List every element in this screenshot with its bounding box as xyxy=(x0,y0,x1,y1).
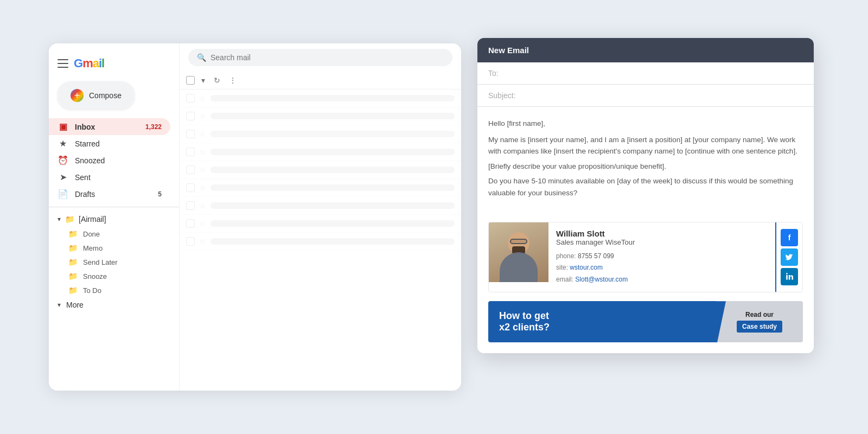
table-row[interactable]: ☆ xyxy=(180,179,461,197)
chevron-down-icon-more: ▾ xyxy=(58,301,61,309)
site-value: wstour.com xyxy=(570,264,603,271)
to-field-row: To: xyxy=(477,62,814,85)
person-body xyxy=(500,252,538,282)
email-signature: William Slott Sales manager WiseTour pho… xyxy=(488,222,803,293)
snoozed-label: Snoozed xyxy=(75,156,105,165)
search-bar[interactable]: 🔍 xyxy=(188,49,452,66)
more-options-button[interactable]: ⋮ xyxy=(227,74,239,87)
banner-main-text: How to getx2 clients? xyxy=(499,310,550,334)
banner-cta-button[interactable]: Case study xyxy=(737,321,782,333)
table-row[interactable]: ☆ xyxy=(180,90,461,107)
subject-label: Subject: xyxy=(488,91,516,100)
signature-name: William Slott xyxy=(556,229,768,238)
email-line1: My name is [insert your name], and I am … xyxy=(488,134,803,157)
table-row[interactable]: ☆ xyxy=(180,197,461,215)
folder-label-memo: Memo xyxy=(83,244,103,252)
airmail-section: ▾ 📁 [Airmail] 📁 Done 📁 Memo 📁 Send Later… xyxy=(49,212,179,297)
search-icon: 🔍 xyxy=(197,53,206,62)
compose-plus-icon: + xyxy=(71,89,84,102)
to-input[interactable] xyxy=(503,69,803,78)
folder-item-sendlater[interactable]: 📁 Send Later xyxy=(49,255,170,269)
hamburger-icon[interactable] xyxy=(58,58,68,69)
table-row[interactable]: ☆ xyxy=(180,107,461,125)
folder-icon-snooze: 📁 xyxy=(68,272,78,280)
folder-icon-todo: 📁 xyxy=(68,286,78,295)
table-row[interactable]: ☆ xyxy=(180,125,461,143)
email-greeting: Hello [first name], xyxy=(488,118,803,130)
linkedin-button[interactable] xyxy=(781,268,798,285)
subject-input[interactable] xyxy=(520,91,803,100)
subject-field-row: Subject: xyxy=(477,85,814,107)
gmail-logo: Gmail xyxy=(74,56,104,71)
email-line3: Do you have 5-10 minutes available on [d… xyxy=(488,175,803,199)
gmail-panel: Gmail + Compose ▣ Inbox 1,322 ★ Starred … xyxy=(49,43,461,391)
folder-label-todo: To Do xyxy=(83,286,101,295)
gmail-main: 🔍 ▾ ↻ ⋮ ☆ ☆ ☆ ☆ ☆ ☆ ☆ ☆ ☆ xyxy=(179,43,461,391)
drafts-label: Drafts xyxy=(75,190,95,199)
phone-label: phone: xyxy=(556,252,578,260)
gmail-header: Gmail xyxy=(49,52,179,79)
sent-icon: ➤ xyxy=(58,172,68,182)
table-row[interactable]: ☆ xyxy=(180,143,461,161)
sidebar-nav: ▣ Inbox 1,322 ★ Starred ⏰ Snoozed ➤ Sent… xyxy=(49,118,179,202)
signature-info: William Slott Sales manager WiseTour pho… xyxy=(548,222,775,292)
signature-banner: How to getx2 clients? Read our Case stud… xyxy=(488,301,803,342)
folder-item-memo[interactable]: 📁 Memo xyxy=(49,241,170,255)
email-value: Slott@wstour.com xyxy=(575,276,628,283)
sidebar-item-sent[interactable]: ➤ Sent xyxy=(49,169,170,186)
gmail-sidebar: Gmail + Compose ▣ Inbox 1,322 ★ Starred … xyxy=(49,43,179,391)
folder-item-snooze[interactable]: 📁 Snooze xyxy=(49,269,170,283)
chevron-down-icon: ▾ xyxy=(58,215,61,223)
starred-icon: ★ xyxy=(58,138,68,149)
folder-label-snooze: Snooze xyxy=(83,272,107,280)
banner-cta-label: Read our xyxy=(745,311,774,318)
table-row[interactable]: ☆ xyxy=(180,161,461,179)
refresh-button[interactable]: ↻ xyxy=(212,74,222,87)
table-row[interactable]: ☆ xyxy=(180,233,461,251)
compose-label: Compose xyxy=(89,91,122,100)
sidebar-item-snoozed[interactable]: ⏰ Snoozed xyxy=(49,152,170,169)
signature-title: Sales manager WiseTour xyxy=(556,238,768,246)
inbox-label: Inbox xyxy=(75,123,95,131)
folder-item-todo[interactable]: 📁 To Do xyxy=(49,283,170,297)
more-label: More xyxy=(66,301,84,309)
email-label: email: xyxy=(556,276,575,283)
airmail-header[interactable]: ▾ 📁 [Airmail] xyxy=(49,212,170,227)
signature-contact: phone: 8755 57 099 site: wstour.com emai… xyxy=(556,251,768,286)
more-item[interactable]: ▾ More xyxy=(49,297,179,312)
folder-icon-done: 📁 xyxy=(68,229,78,238)
drafts-icon: 📄 xyxy=(58,189,68,199)
email-list-toolbar: ▾ ↻ ⋮ xyxy=(180,72,461,90)
search-input[interactable] xyxy=(210,53,444,62)
sidebar-item-drafts[interactable]: 📄 Drafts 5 xyxy=(49,186,170,202)
folder-item-done[interactable]: 📁 Done xyxy=(49,227,170,241)
inbox-badge: 1,322 xyxy=(145,123,162,131)
banner-right: Read our Case study xyxy=(716,301,803,342)
signature-social: f xyxy=(776,222,802,292)
sidebar-item-inbox[interactable]: ▣ Inbox 1,322 xyxy=(49,118,170,135)
drafts-badge: 5 xyxy=(158,190,162,198)
to-label: To: xyxy=(488,69,499,78)
search-area: 🔍 xyxy=(180,43,461,72)
facebook-button[interactable]: f xyxy=(781,229,798,246)
new-email-title: New Email xyxy=(488,46,529,55)
sidebar-item-starred[interactable]: ★ Starred xyxy=(49,135,170,152)
select-dropdown-button[interactable]: ▾ xyxy=(199,74,207,87)
sent-label: Sent xyxy=(75,173,91,182)
compose-button[interactable]: + Compose xyxy=(58,81,135,110)
starred-label: Starred xyxy=(75,139,100,148)
site-label: site: xyxy=(556,264,570,271)
twitter-button[interactable] xyxy=(781,248,798,266)
airmail-folder-icon: 📁 xyxy=(65,215,74,224)
select-all-checkbox[interactable] xyxy=(186,76,195,85)
folder-label-done: Done xyxy=(83,230,100,238)
new-email-header: New Email xyxy=(477,38,814,62)
folder-icon-sendlater: 📁 xyxy=(68,258,78,266)
inbox-icon: ▣ xyxy=(58,122,68,132)
banner-left: How to getx2 clients? xyxy=(488,301,716,342)
table-row[interactable]: ☆ xyxy=(180,215,461,233)
folder-icon-memo: 📁 xyxy=(68,244,78,252)
phone-value: 8755 57 099 xyxy=(578,252,614,260)
gmail-m-icon: Gmail xyxy=(74,56,104,71)
email-line2: [Briefly describe your value proposition… xyxy=(488,161,803,173)
